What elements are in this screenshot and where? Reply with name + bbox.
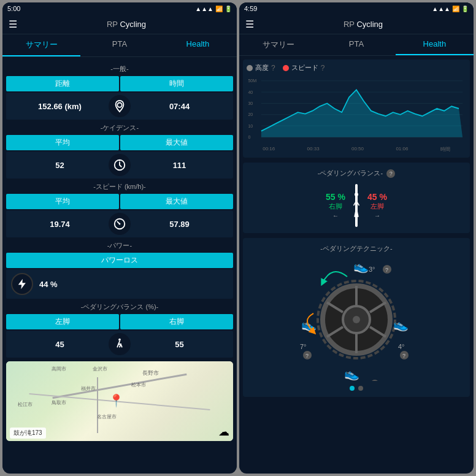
technique-section: -ペダリングテクニック- [243, 238, 470, 397]
balance-q-badge[interactable]: ? [386, 169, 395, 178]
svg-line-21 [355, 208, 356, 217]
map-city-6: 鳥取市 [52, 399, 66, 406]
wifi-icon: 📶 [215, 6, 223, 12]
right-wifi-icon: 📶 [452, 6, 459, 12]
left-content: -一般- 距離 時間 152.66 (km) 07:44 -ケイデンス- 平均 … [2, 57, 237, 474]
power-loss-header: パワーロス [6, 253, 233, 268]
speed-max-value: 57.89 [131, 220, 228, 229]
svg-line-22 [356, 208, 358, 217]
map-city-4: 金沢市 [93, 366, 107, 372]
right-hamburger-icon[interactable]: ☰ [245, 18, 254, 30]
balance-right-side: 45 % 左脚 → [367, 192, 387, 219]
speed-headers: 平均 最大値 [6, 194, 233, 209]
battery-icon: 🔋 [225, 6, 232, 12]
screen-container: 5:00 ▲▲▲ 📶 🔋 ☰ RP Cycling サマリー PTA Healt… [0, 0, 476, 476]
right-battery-icon: 🔋 [461, 6, 469, 12]
chart-area: 高度 ? スピード ? 50M 40 30 20 10 0 [243, 60, 470, 158]
svg-text:30: 30 [248, 101, 253, 106]
left-time: 5:00 [7, 5, 20, 12]
distance-header: 距離 [6, 76, 119, 91]
rp-label: RP [107, 20, 120, 29]
altitude-q-icon[interactable]: ? [271, 64, 275, 72]
balance-divider [355, 184, 358, 227]
right-header: ☰ RP Cycling [239, 15, 474, 34]
svg-point-26 [353, 316, 360, 323]
technique-title: -ペダリングテクニック- [249, 244, 464, 253]
cadence-avg-header: 平均 [6, 135, 119, 150]
right-status-bar: 4:59 ▲▲▲ 📶 🔋 [239, 2, 474, 15]
map-city-3: 高岡市 [52, 366, 66, 372]
map-container: 長野市 松本市 高岡市 金沢市 松江市 鳥取市 名古屋市 福井市 📍 鼓が滝17… [6, 361, 233, 441]
map-city-5: 松江市 [18, 401, 33, 408]
right-balance-right-label: 左脚 [367, 202, 387, 211]
svg-point-4 [118, 339, 121, 341]
cadence-headers: 平均 最大値 [6, 135, 233, 150]
dot-inactive [358, 386, 363, 391]
time-value: 07:44 [131, 102, 228, 111]
svg-text:40: 40 [248, 89, 253, 94]
svg-text:👟: 👟 [301, 317, 317, 332]
x-label-1: 00:16 [263, 146, 275, 153]
speed-avg-header: 平均 [6, 194, 119, 209]
speed-label: -スピード (km/h)- [6, 182, 233, 191]
right-balance-left-label: 右脚 [326, 202, 345, 211]
left-phone: 5:00 ▲▲▲ 📶 🔋 ☰ RP Cycling サマリー PTA Healt… [2, 2, 237, 474]
cadence-max-header: 最大値 [120, 135, 233, 150]
left-header-title: RP Cycling [22, 20, 231, 29]
left-tab-health[interactable]: Health [159, 34, 237, 56]
speedometer-icon [109, 213, 131, 235]
right-tab-pta[interactable]: PTA [317, 34, 395, 55]
speed-q-icon[interactable]: ? [321, 64, 325, 72]
balance-content: 55 % 右脚 ← [249, 184, 464, 227]
map-weather-icon: ☁ [218, 425, 229, 439]
right-cycling-label: Cycling [356, 20, 383, 29]
left-tabs: サマリー PTA Health [2, 34, 237, 57]
dot-active [350, 386, 355, 391]
balance-headers: 左脚 右脚 [6, 314, 233, 329]
left-status-bar: 5:00 ▲▲▲ 📶 🔋 [2, 2, 237, 15]
svg-text:?: ? [385, 267, 388, 273]
cadence-max-value: 111 [131, 161, 228, 170]
left-tab-summary[interactable]: サマリー [2, 34, 80, 56]
right-balance-right-pct: 45 % [367, 192, 387, 202]
right-status-icons: ▲▲▲ 📶 🔋 [432, 6, 469, 12]
legend-altitude: 高度 ? [247, 63, 275, 72]
svg-point-47 [370, 380, 379, 381]
balance-right-value: 55 [131, 340, 228, 349]
svg-text:0: 0 [248, 134, 250, 140]
right-tab-summary[interactable]: サマリー [239, 34, 317, 55]
svg-text:4°: 4° [398, 343, 405, 350]
cycling-label: Cycling [120, 20, 146, 29]
cadence-icon [109, 154, 131, 176]
svg-point-0 [117, 103, 121, 107]
left-header: ☰ RP Cycling [2, 15, 237, 34]
time-header: 時間 [120, 76, 233, 91]
general-label: -一般- [6, 64, 233, 74]
hamburger-icon[interactable]: ☰ [9, 18, 17, 30]
left-tab-pta[interactable]: PTA [80, 34, 158, 56]
cadence-values: 52 111 [6, 152, 233, 178]
right-balance-right-arrow: → [367, 212, 387, 219]
general-values: 152.66 (km) 07:44 [6, 93, 233, 120]
person-icon [353, 184, 360, 227]
x-label-3: 00:50 [351, 146, 364, 153]
map-city-2: 松本市 [131, 382, 146, 388]
right-header-title: RP Cycling [259, 20, 467, 29]
map-road-3 [97, 377, 98, 433]
svg-text:?: ? [402, 353, 405, 359]
technique-svg: 👟 3° ? 👟 7° ? 👟 [295, 258, 418, 381]
x-label-2: 00:33 [307, 146, 320, 153]
walker-icon [109, 333, 131, 355]
balance-section: -ペダリングバランス- ? 55 % 右脚 ← [243, 163, 470, 233]
right-phone: 4:59 ▲▲▲ 📶 🔋 ☰ RP Cycling サマリー PTA Healt… [239, 2, 474, 474]
signal-icon: ▲▲▲ [195, 6, 213, 12]
right-tab-health[interactable]: Health [396, 34, 474, 55]
right-signal-icon: ▲▲▲ [432, 6, 450, 12]
balance-left-side: 55 % 右脚 ← [326, 192, 345, 219]
chart-legend: 高度 ? スピード ? [247, 63, 466, 72]
svg-text:10: 10 [248, 123, 253, 128]
speed-label: スピード [291, 63, 318, 72]
svg-point-3 [119, 223, 121, 225]
right-time: 4:59 [244, 5, 257, 12]
svg-point-17 [355, 193, 358, 196]
